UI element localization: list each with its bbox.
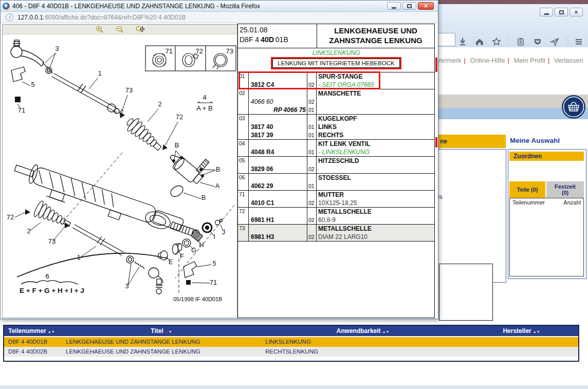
- parts-row[interactable]: 72METALLSCHELLE6981 H10260,8-9: [238, 208, 434, 225]
- part-qty: [307, 89, 317, 98]
- parts-row[interactable]: 01SPUR-STANGE3812 C402- SEIT ORGA 07665: [238, 72, 434, 89]
- parts-row[interactable]: 05HITZESCHILD3829 0602: [238, 157, 434, 174]
- sort-asc-icon[interactable]: ▲: [382, 330, 386, 334]
- menu-icon[interactable]: [574, 36, 584, 47]
- diagram-callout: B: [175, 141, 179, 149]
- url-path: :6090/affiche.do?doc=8764&ref=D8F%20 4 4…: [43, 14, 186, 21]
- tab-festzeit[interactable]: Festzeit (0): [546, 181, 584, 198]
- parts-row-ref: 04: [238, 140, 249, 156]
- part-designation: [317, 182, 434, 190]
- diagram-callout: J: [222, 228, 226, 236]
- parts-row[interactable]: 03KUGELKOPF3817 4001LINKS3817 3901RECHTS: [238, 115, 434, 140]
- upper-boot: [123, 115, 166, 155]
- column-header-teilenummer[interactable]: Teilenummer▲▼: [4, 326, 62, 337]
- diagram-callout: 71: [210, 279, 217, 286]
- parts-row-line: 4066 6002: [249, 98, 434, 106]
- fg-minimize-button[interactable]: [387, 2, 401, 10]
- close-icon: ×: [574, 9, 578, 15]
- top-nav-links: er Vermerk Online-Hilfe Mein Profil Verl…: [427, 57, 585, 64]
- column-header-hersteller[interactable]: Hersteller▲▼: [465, 326, 578, 337]
- parts-row[interactable]: 71MUTTER4010 C10210X125-18,25: [238, 191, 434, 208]
- parts-row[interactable]: 73METALLSCHELLE6981 H302DIAM 22 LARG10: [238, 225, 434, 242]
- url-bar[interactable]: 127.0.0.1:6090/affiche.do?doc=8764&ref=D…: [1, 12, 438, 23]
- part-qty: 02: [307, 98, 317, 106]
- home-icon[interactable]: [474, 36, 485, 47]
- diagram-callout: A + B: [196, 104, 212, 112]
- parts-row[interactable]: 04KIT LENK VENTIL4048 R401- LINKSLENKUNG: [238, 140, 434, 157]
- upper-tie-rod: [11, 40, 123, 114]
- parts-row-line: 4062 2901: [249, 182, 434, 190]
- parts-row[interactable]: 06STOESSEL4062 2901: [238, 174, 434, 191]
- parts-row-line: 3817 3901RECHTS: [249, 131, 434, 139]
- parts-row[interactable]: 02MANSCHETTE4066 6002RP 4066 7501: [238, 89, 434, 115]
- parts-row-ref: 05: [238, 157, 249, 173]
- zoom-out-icon[interactable]: [116, 25, 124, 34]
- bg-maximize-button[interactable]: [555, 8, 568, 16]
- part-designation: MANSCHETTE: [317, 89, 434, 98]
- part-number: [249, 89, 307, 98]
- diagram-callout: 1: [98, 69, 101, 77]
- part-designation: MUTTER: [317, 191, 434, 199]
- sort-asc-icon[interactable]: ▲: [533, 330, 537, 334]
- parts-row-line: KUGELKOPF: [249, 115, 434, 123]
- send-icon[interactable]: [549, 36, 560, 47]
- info-icon[interactable]: [6, 13, 13, 21]
- diagram-callout: 71: [18, 106, 25, 114]
- parts-row-lines: METALLSCHELLE6981 H302DIAM 22 LARG10: [249, 225, 434, 241]
- zuordnen-button[interactable]: Zuordnen: [509, 152, 584, 161]
- fg-maximize-button[interactable]: [402, 2, 416, 10]
- parts-row-lines: MANSCHETTE4066 6002RP 4066 7501: [249, 89, 434, 114]
- sort-desc-icon[interactable]: ▼: [169, 330, 172, 334]
- diagram-callout: 72: [7, 213, 14, 221]
- rack-housing: [10, 159, 204, 247]
- nav-separator: [506, 57, 510, 64]
- part-qty: 02: [307, 165, 317, 173]
- title-bar[interactable]: 406 - D8F 4 40D01B - LENKGEHAEUSE UND ZA…: [1, 1, 438, 12]
- tab-teile[interactable]: Teile (0): [509, 181, 545, 198]
- sort-desc-icon[interactable]: ▼: [386, 330, 390, 334]
- pocket-icon[interactable]: [532, 36, 543, 47]
- url-host: 127.0.0.1: [17, 14, 43, 21]
- part-number: 6981 H1: [249, 216, 307, 224]
- column-header-titel[interactable]: Titel▲▼: [62, 326, 261, 337]
- zoom-in-icon[interactable]: [96, 25, 104, 34]
- pan-icon[interactable]: [136, 25, 144, 34]
- part-designation: - SEIT ORGA 07665: [317, 81, 434, 89]
- nav-link-verlassen[interactable]: Verlassen: [554, 57, 583, 64]
- sort-desc-icon[interactable]: ▼: [537, 330, 540, 334]
- result-row[interactable]: D8F 4 40D01BLENKGEHAEUSE UND ZAHNSTANGE …: [4, 337, 578, 347]
- bookmark-star-icon[interactable]: [491, 36, 502, 47]
- sort-asc-icon[interactable]: ▲: [48, 330, 51, 334]
- part-designation: 60,8-9: [317, 216, 434, 224]
- download-icon[interactable]: [457, 36, 468, 47]
- parts-row-line: HITZESCHILD: [249, 157, 434, 165]
- nav-link-online-hilfe[interactable]: Online-Hilfe: [470, 57, 505, 64]
- part-qty: 02: [307, 199, 317, 207]
- diagram-callout: A: [215, 182, 220, 190]
- diagram-callout: E + F + G + H + I + J: [20, 287, 84, 294]
- diagram-panel: 71727331571732724A + BBBAB722731EFGHIJ35…: [2, 24, 237, 318]
- part-designation: 10X125-18,25: [317, 199, 434, 207]
- selection-panel-title: Meine Auswahl: [510, 137, 560, 144]
- diagram-callout: 3: [125, 282, 128, 290]
- part-number: 3817 39: [249, 131, 307, 139]
- sort-desc-icon[interactable]: ▼: [51, 330, 55, 334]
- clipboard-icon[interactable]: [516, 36, 526, 47]
- part-qty: 02: [307, 216, 317, 224]
- sort-asc-icon-active[interactable]: ▲: [165, 330, 169, 334]
- part-number: [249, 115, 307, 123]
- part-designation: METALLSCHELLE: [317, 208, 434, 216]
- part-number: 4066 60: [249, 98, 307, 106]
- column-header-anwendbarkeit[interactable]: Anwendbarkeit▲▼: [261, 326, 465, 337]
- annotation-red-tick: [435, 137, 437, 147]
- bg-close-button[interactable]: ×: [569, 8, 583, 16]
- result-row[interactable]: D8F 4 40D02BLENKGEHAEUSE UND ZAHNSTANGE …: [4, 347, 578, 357]
- browser-toolbar: [457, 36, 584, 47]
- nav-link-mein-profil[interactable]: Mein Profil: [513, 57, 545, 64]
- part-designation: KUGELKOPF: [317, 115, 434, 123]
- bg-minimize-button[interactable]: [540, 8, 553, 16]
- parts-row-ref: 72: [238, 208, 249, 224]
- results-filler: [4, 357, 578, 361]
- fg-close-button[interactable]: ×: [418, 2, 434, 10]
- basket-icon[interactable]: [561, 95, 586, 119]
